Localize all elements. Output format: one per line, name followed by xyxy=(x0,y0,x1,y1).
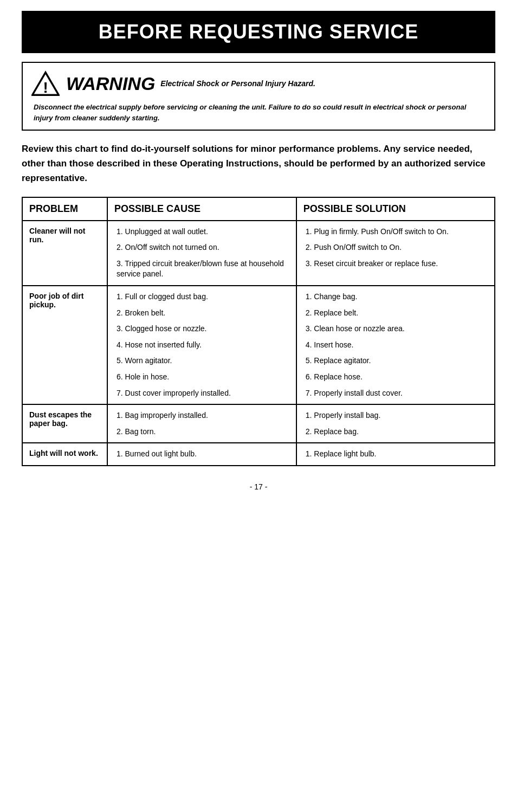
cause-item: 6. Hole in hose. xyxy=(114,372,289,383)
warning-triangle-icon: ! xyxy=(31,69,60,98)
problem-cell: Cleaner will not run. xyxy=(22,221,107,286)
problem-cell: Light will not work. xyxy=(22,443,107,466)
cause-cell: 1. Bag improperly installed.2. Bag torn. xyxy=(107,404,296,443)
solution-item: 2. Push On/Off switch to On. xyxy=(303,242,488,253)
solution-cell: 1. Change bag.2. Replace belt.3. Clean h… xyxy=(296,286,495,404)
cause-item: 4. Hose not inserted fully. xyxy=(114,340,289,351)
cause-item: 2. On/Off switch not turned on. xyxy=(114,242,289,253)
warning-header: ! WARNING Electrical Shock or Personal I… xyxy=(31,69,486,98)
cause-item: 1. Burned out light bulb. xyxy=(114,449,289,460)
page-title: BEFORE REQUESTING SERVICE xyxy=(22,11,495,53)
table-header-row: PROBLEM POSSIBLE CAUSE POSSIBLE SOLUTION xyxy=(22,197,495,221)
svg-text:!: ! xyxy=(43,79,48,96)
cause-item: 1. Bag improperly installed. xyxy=(114,410,289,421)
solution-item: 6. Replace hose. xyxy=(303,372,488,383)
cause-item: 1. Unplugged at wall outlet. xyxy=(114,227,289,237)
solution-item: 1. Change bag. xyxy=(303,292,488,302)
cause-cell: 1. Full or clogged dust bag.2. Broken be… xyxy=(107,286,296,404)
header-solution: POSSIBLE SOLUTION xyxy=(296,197,495,221)
table-row: Dust escapes the paper bag.1. Bag improp… xyxy=(22,404,495,443)
warning-title: WARNING xyxy=(66,73,155,94)
cause-cell: 1. Burned out light bulb. xyxy=(107,443,296,466)
cause-item: 5. Worn agitator. xyxy=(114,356,289,366)
cause-item: 2. Broken belt. xyxy=(114,308,289,319)
table-row: Light will not work.1. Burned out light … xyxy=(22,443,495,466)
header-problem: PROBLEM xyxy=(22,197,107,221)
solution-item: 1. Plug in firmly. Push On/Off switch to… xyxy=(303,227,488,237)
warning-subtitle: Electrical Shock or Personal Injury Haza… xyxy=(160,79,315,88)
solution-cell: 1. Replace light bulb. xyxy=(296,443,495,466)
warning-body: Disconnect the electrical supply before … xyxy=(31,102,486,123)
solution-cell: 1. Properly install bag.2. Replace bag. xyxy=(296,404,495,443)
solution-item: 1. Replace light bulb. xyxy=(303,449,488,460)
page-number: - 17 - xyxy=(22,482,495,491)
cause-item: 1. Full or clogged dust bag. xyxy=(114,292,289,302)
solution-item: 4. Insert hose. xyxy=(303,340,488,351)
intro-text: Review this chart to find do-it-yourself… xyxy=(22,141,495,186)
cause-item: 2. Bag torn. xyxy=(114,427,289,437)
table-row: Cleaner will not run.1. Unplugged at wal… xyxy=(22,221,495,286)
service-table: PROBLEM POSSIBLE CAUSE POSSIBLE SOLUTION… xyxy=(22,197,495,466)
solution-item: 7. Properly install dust cover. xyxy=(303,388,488,399)
problem-cell: Poor job of dirt pickup. xyxy=(22,286,107,404)
warning-box: ! WARNING Electrical Shock or Personal I… xyxy=(22,62,495,131)
solution-item: 3. Clean hose or nozzle area. xyxy=(303,324,488,334)
header-cause: POSSIBLE CAUSE xyxy=(107,197,296,221)
cause-cell: 1. Unplugged at wall outlet.2. On/Off sw… xyxy=(107,221,296,286)
table-row: Poor job of dirt pickup.1. Full or clogg… xyxy=(22,286,495,404)
solution-item: 2. Replace bag. xyxy=(303,427,488,437)
problem-cell: Dust escapes the paper bag. xyxy=(22,404,107,443)
solution-item: 1. Properly install bag. xyxy=(303,410,488,421)
cause-item: 3. Clogged hose or nozzle. xyxy=(114,324,289,334)
solution-item: 2. Replace belt. xyxy=(303,308,488,319)
solution-item: 5. Replace agitator. xyxy=(303,356,488,366)
cause-item: 7. Dust cover improperly installed. xyxy=(114,388,289,399)
solution-cell: 1. Plug in firmly. Push On/Off switch to… xyxy=(296,221,495,286)
solution-item: 3. Reset circuit breaker or replace fuse… xyxy=(303,259,488,269)
cause-item: 3. Tripped circuit breaker/blown fuse at… xyxy=(114,259,289,280)
